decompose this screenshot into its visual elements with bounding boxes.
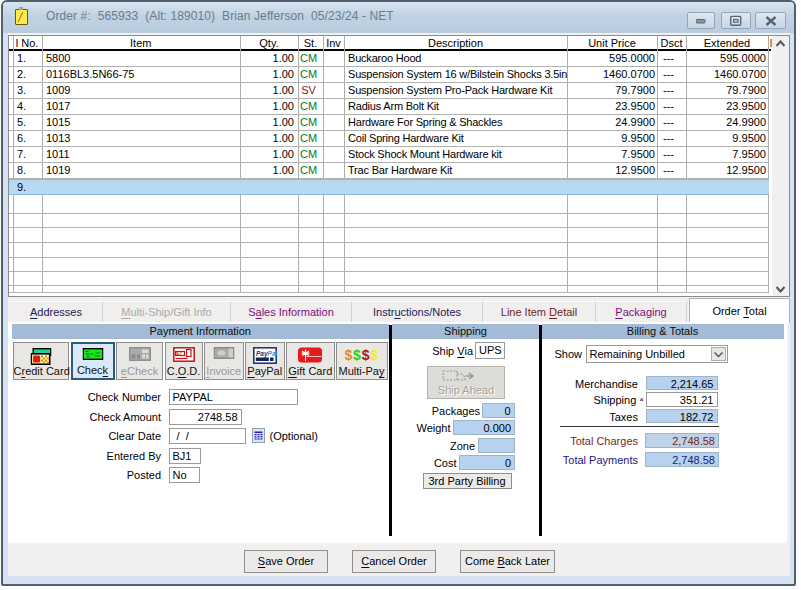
- svg-text:PayPal: PayPal: [256, 350, 277, 358]
- svg-text:$?: $?: [176, 350, 182, 356]
